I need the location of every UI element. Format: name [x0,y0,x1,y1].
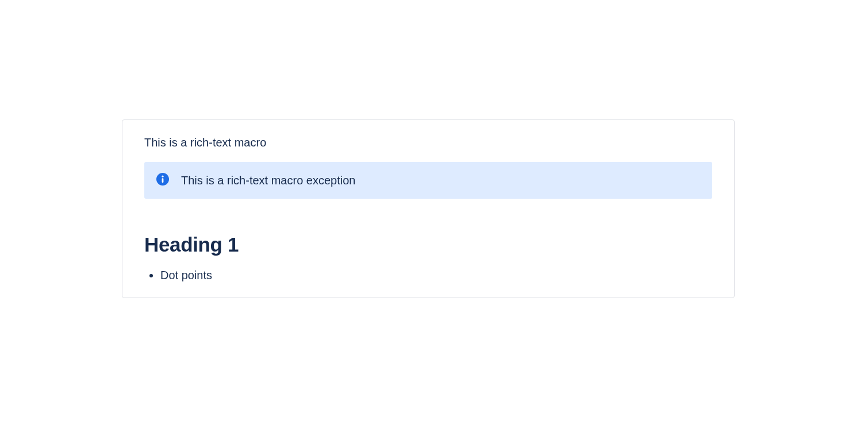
info-icon [156,172,170,188]
heading-1: Heading 1 [144,233,712,256]
macro-card: This is a rich-text macro This is a rich… [122,119,735,298]
bullet-list: Dot points [144,267,712,284]
intro-paragraph: This is a rich-text macro [144,136,712,149]
info-panel: This is a rich-text macro exception [144,162,712,199]
list-item: Dot points [160,267,712,284]
svg-point-1 [162,176,163,177]
svg-rect-2 [162,178,164,183]
info-panel-text: This is a rich-text macro exception [181,174,355,187]
